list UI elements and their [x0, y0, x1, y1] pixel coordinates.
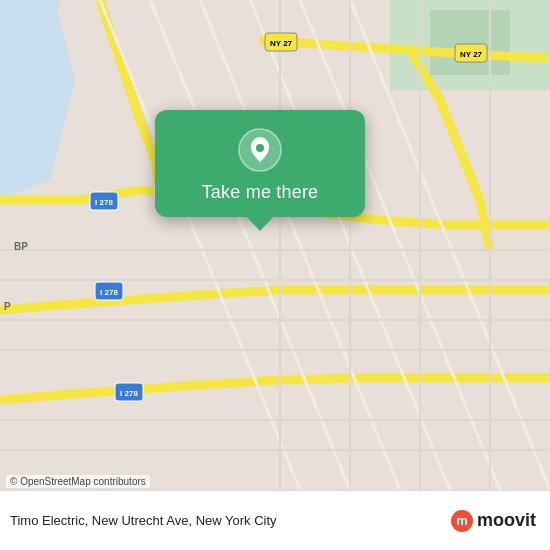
- location-popup[interactable]: Take me there: [155, 110, 365, 217]
- svg-text:NY 27: NY 27: [270, 39, 293, 48]
- svg-text:P: P: [4, 301, 11, 312]
- map-view[interactable]: I 278 I 278 I 278 I 278 NY 27 NY 27 BP P: [0, 0, 550, 490]
- location-pin-icon: [238, 128, 282, 172]
- svg-text:I 278: I 278: [95, 198, 113, 207]
- svg-point-38: [256, 144, 264, 152]
- svg-text:BP: BP: [14, 241, 28, 252]
- take-me-there-button[interactable]: Take me there: [202, 182, 319, 203]
- svg-text:NY 27: NY 27: [460, 50, 483, 59]
- address-label: Timo Electric, New Utrecht Ave, New York…: [10, 513, 451, 528]
- svg-rect-4: [430, 10, 510, 75]
- map-svg: I 278 I 278 I 278 I 278 NY 27 NY 27 BP P: [0, 0, 550, 490]
- bottom-bar: Timo Electric, New Utrecht Ave, New York…: [0, 490, 550, 550]
- osm-attribution: © OpenStreetMap contributors: [6, 475, 150, 488]
- svg-text:I 278: I 278: [100, 288, 118, 297]
- svg-text:I 278: I 278: [120, 389, 138, 398]
- moovit-logo-text: moovit: [477, 510, 536, 531]
- moovit-logo-icon: m: [451, 510, 473, 532]
- moovit-logo: m moovit: [451, 510, 536, 532]
